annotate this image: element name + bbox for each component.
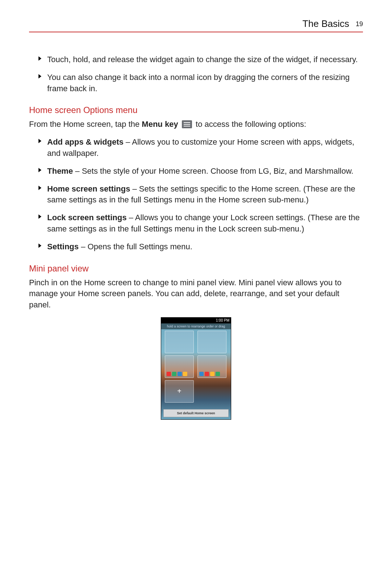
header-title: The Basics xyxy=(302,18,349,29)
section2-para: Pinch in on the Home screen to change to… xyxy=(29,277,363,311)
list-item: Theme – Sets the style of your Home scre… xyxy=(29,166,363,177)
plus-icon: + xyxy=(177,387,181,395)
triangle-bullet-icon xyxy=(38,168,41,172)
option-desc: – Opens the full Settings menu. xyxy=(79,242,192,251)
app-icon xyxy=(210,372,215,376)
list-item: Settings – Opens the full Settings menu. xyxy=(29,241,363,253)
app-icon xyxy=(167,372,171,376)
options-list: Add apps & widgets – Allows you to custo… xyxy=(29,137,363,252)
document-page: The Basics 19 Touch, hold, and release t… xyxy=(0,0,392,564)
section-heading-mini-panel: Mini panel view xyxy=(29,263,363,274)
option-desc: – Sets the style of your Home screen. Ch… xyxy=(73,166,354,176)
app-icon xyxy=(205,372,209,376)
option-term: Theme xyxy=(47,166,73,176)
triangle-bullet-icon xyxy=(38,214,41,219)
panel-icon-row xyxy=(167,372,187,376)
phone-status-bar: 1:00 PM xyxy=(161,318,231,323)
triangle-bullet-icon xyxy=(38,74,41,78)
home-panel-thumb xyxy=(197,355,226,378)
option-term: Add apps & widgets xyxy=(47,137,123,146)
home-panel-thumb xyxy=(165,355,194,378)
option-term: Home screen settings xyxy=(47,184,130,193)
home-panel-thumb xyxy=(165,331,194,353)
menu-key-icon xyxy=(182,120,192,128)
section-heading-options: Home screen Options menu xyxy=(29,105,363,115)
phone-hint-bar: hold a screen to rearrange order or drag xyxy=(161,323,231,329)
app-icon xyxy=(199,372,204,376)
page-number: 19 xyxy=(356,20,363,28)
set-default-home-button: Set default Home screen xyxy=(163,409,229,417)
add-panel-tile: + xyxy=(165,380,194,403)
app-icon xyxy=(177,372,182,376)
triangle-bullet-icon xyxy=(38,243,41,248)
triangle-bullet-icon xyxy=(38,139,41,143)
list-item: Lock screen settings – Allows you to cha… xyxy=(29,212,363,235)
section1-lead: From the Home screen, tap the Menu key t… xyxy=(29,119,363,130)
lead-bold: Menu key xyxy=(142,120,178,129)
phone-screenshot-figure: 1:00 PM hold a screen to rearrange order… xyxy=(161,317,231,420)
bullet-text: Touch, hold, and release the widget agai… xyxy=(47,55,358,64)
intro-bullet-list: Touch, hold, and release the widget agai… xyxy=(29,54,363,94)
app-icon xyxy=(216,372,220,376)
option-term: Settings xyxy=(47,242,79,251)
triangle-bullet-icon xyxy=(38,56,41,61)
list-item: Home screen settings – Sets the settings… xyxy=(29,184,363,206)
lead-pre: From the Home screen, tap the xyxy=(29,120,142,129)
bullet-text: You can also change it back into a norma… xyxy=(47,73,350,93)
panel-icon-row xyxy=(199,372,220,376)
list-item: You can also change it back into a norma… xyxy=(29,72,363,94)
triangle-bullet-icon xyxy=(38,186,41,190)
option-term: Lock screen settings xyxy=(47,213,127,222)
lead-post: to access the following options: xyxy=(196,120,306,129)
page-header: The Basics 19 xyxy=(29,18,363,32)
list-item: Touch, hold, and release the widget agai… xyxy=(29,54,363,65)
home-panel-thumb xyxy=(197,331,226,353)
list-item: Add apps & widgets – Allows you to custo… xyxy=(29,137,363,159)
app-icon xyxy=(172,372,176,376)
status-time: 1:00 PM xyxy=(216,318,229,322)
app-icon xyxy=(183,372,187,376)
